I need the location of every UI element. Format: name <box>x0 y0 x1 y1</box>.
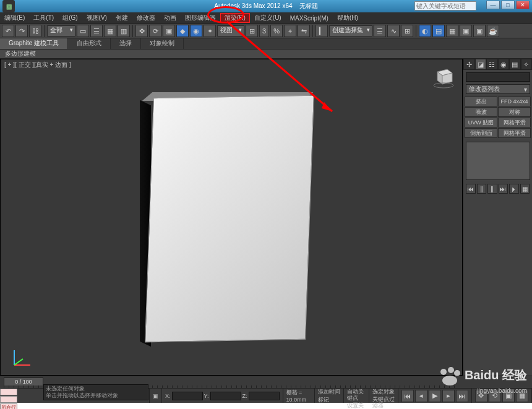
svg-point-10 <box>448 367 454 373</box>
coord-z-input[interactable] <box>249 392 280 400</box>
help-search-input[interactable] <box>414 1 476 11</box>
redo-button[interactable]: ↷ <box>15 25 28 37</box>
manipulate-button[interactable]: ✦ <box>204 25 216 37</box>
tab-create-icon[interactable]: ✢ <box>463 59 475 70</box>
modifier-list-dropdown[interactable]: 修改器列表▾ <box>466 84 530 94</box>
menu-modifiers[interactable]: 修改器 <box>132 14 160 22</box>
menu-maxscript[interactable]: MAXScript(M) <box>286 15 333 22</box>
object-name-input[interactable] <box>466 72 530 82</box>
curve-editor-button[interactable]: ∿ <box>387 25 400 37</box>
stack-pin-button[interactable]: ⏮ <box>466 184 476 194</box>
window-maximize-button[interactable]: □ <box>501 1 515 9</box>
ribbon-tab-selection[interactable]: 选择 <box>111 38 141 49</box>
ribbon-panel-polymodel[interactable]: 多边形建模 <box>0 50 532 59</box>
app-name: Autodesk 3ds Max 2012 x64 <box>214 2 292 9</box>
scale-button[interactable]: ▣ <box>163 25 175 37</box>
goto-start-button[interactable]: ⏮ <box>401 390 414 402</box>
viewport-label[interactable]: [ + ][ 正交 ][真实 + 边面 ] <box>4 61 71 69</box>
viewport-perspective[interactable]: [ + ][ 正交 ][真实 + 边面 ] <box>0 59 463 376</box>
listener-row1b[interactable] <box>0 396 17 403</box>
time-slider-thumb[interactable]: 0 / 100 <box>4 377 43 386</box>
menu-views[interactable]: 视图(V) <box>82 14 111 22</box>
snap-toggle-button[interactable]: ⊞ <box>246 25 258 37</box>
stack-unique-button[interactable]: ‖ <box>487 184 497 194</box>
selection-filter-dropdown[interactable]: 全部 <box>47 25 75 37</box>
coord-readout: X: Y: Z: <box>162 389 283 403</box>
menu-create[interactable]: 创建 <box>111 14 132 22</box>
menu-rendering[interactable]: 渲染(R) <box>220 13 250 23</box>
teapot-render-button[interactable]: ☕ <box>487 25 499 37</box>
percent-snap-button[interactable]: % <box>270 25 283 37</box>
schematic-view-button[interactable]: ⊞ <box>401 25 413 37</box>
material-editor-button[interactable]: ◐ <box>419 25 431 37</box>
stack-sets-button[interactable]: ▦ <box>520 184 530 194</box>
align-button[interactable]: ▎ <box>315 25 328 37</box>
menu-help[interactable]: 帮助(H) <box>333 14 363 22</box>
ribbon-tab-graphite[interactable]: Graphite 建模工具 <box>0 38 68 49</box>
menu-tools[interactable]: 工具(T) <box>29 14 58 22</box>
tab-motion-icon[interactable]: ◉ <box>498 59 510 70</box>
rotate-button[interactable]: ⟳ <box>149 25 161 37</box>
mod-uvwmap-button[interactable]: UVW 贴图 <box>465 118 497 127</box>
add-time-tag-button[interactable]: 添加时间标记 <box>315 389 344 403</box>
coord-y-input[interactable] <box>210 392 241 400</box>
menu-edit[interactable]: 编辑(E) <box>0 14 29 22</box>
coord-x-input[interactable] <box>172 392 203 400</box>
watermark-brand: Baidu 经验 <box>465 368 527 382</box>
mod-extrude-button[interactable]: 挤出 <box>465 97 497 106</box>
select-name-button[interactable]: ☰ <box>90 25 103 37</box>
undo-button[interactable]: ↶ <box>2 25 14 37</box>
ribbon-tab-freeform[interactable]: 自由形式 <box>68 38 111 49</box>
stack-remove-button[interactable]: ⏭ <box>499 184 508 194</box>
mirror-button[interactable]: ⇋ <box>298 25 310 37</box>
window-crossing-button[interactable]: ▥ <box>118 25 130 37</box>
ref-coord-button[interactable]: ◆ <box>176 25 189 37</box>
ribbon-tab-objpaint[interactable]: 对象绘制 <box>141 38 184 49</box>
move-button[interactable]: ✥ <box>135 25 148 37</box>
prev-frame-button[interactable]: ◂ <box>415 390 427 402</box>
spinner-snap-button[interactable]: ⌖ <box>284 25 296 37</box>
mod-meshsmooth-button[interactable]: 网格平滑 <box>498 118 531 127</box>
link-button[interactable]: ⛓ <box>29 25 41 37</box>
tab-modify-icon[interactable]: ◪ <box>475 59 487 70</box>
select-button[interactable]: ▭ <box>77 25 89 37</box>
listener-row2[interactable]: 所在行 <box>0 403 17 410</box>
ref-coord-dropdown[interactable]: 视图 <box>217 25 244 37</box>
stack-config-button[interactable]: ⏵ <box>509 184 519 194</box>
main-toolbar: ↶ ↷ ⛓ 全部 ▭ ☰ ▦ ▥ ✥ ⟳ ▣ ◆ ◉ ✦ 视图 ⊞ 3 % ⌖ … <box>0 24 532 38</box>
stack-show-button[interactable]: ‖ <box>477 184 487 194</box>
scene-box-object[interactable] <box>140 90 304 338</box>
render-setup-button[interactable]: ▤ <box>432 25 445 37</box>
mod-symmetry-button[interactable]: 对称 <box>498 107 531 117</box>
mod-meshsmooth2-button[interactable]: 网格平滑 <box>498 128 531 138</box>
mod-bevelprof-button[interactable]: 倒角剖面 <box>465 128 497 138</box>
tab-display-icon[interactable]: ▤ <box>509 59 521 70</box>
svg-point-11 <box>454 370 460 376</box>
isolate-button[interactable]: ▣ <box>150 389 162 403</box>
window-minimize-button[interactable]: — <box>486 1 500 9</box>
doc-name: 无标题 <box>299 2 318 9</box>
select-region-button[interactable]: ▦ <box>104 25 116 37</box>
auto-key-button[interactable]: 自动关键点 <box>347 389 366 401</box>
menu-animation[interactable]: 动画 <box>160 14 181 22</box>
named-sel-set-dropdown[interactable]: 创建选择集 <box>329 25 372 37</box>
use-center-button[interactable]: ◉ <box>190 25 202 37</box>
rendered-frame-button[interactable]: ▦ <box>446 25 458 37</box>
render-production-button[interactable]: ▣ <box>460 25 472 37</box>
menu-group[interactable]: 组(G) <box>58 14 82 22</box>
listener-row1[interactable] <box>0 389 17 395</box>
angle-snap-button[interactable]: 3 <box>259 25 269 37</box>
tab-hierarchy-icon[interactable]: ☷ <box>486 59 498 70</box>
tab-utilities-icon[interactable]: ✧ <box>521 59 533 70</box>
set-key-button[interactable]: 设置关键点 <box>347 402 366 409</box>
layer-manager-button[interactable]: ☰ <box>374 25 386 37</box>
menu-grapheditors[interactable]: 图形编辑器 <box>181 14 220 22</box>
viewcube-icon[interactable] <box>431 64 456 89</box>
mod-ffd-button[interactable]: FFD 4x4x4 <box>498 97 531 106</box>
render-iterative-button[interactable]: ▣ <box>473 25 486 37</box>
menu-customize[interactable]: 自定义(U) <box>250 14 286 22</box>
modifier-stack-area[interactable] <box>466 142 530 180</box>
mod-noise-button[interactable]: 噪波 <box>465 107 497 117</box>
key-filters-button[interactable]: 关键点过滤器 <box>372 396 395 408</box>
window-close-button[interactable]: ✕ <box>516 1 530 9</box>
